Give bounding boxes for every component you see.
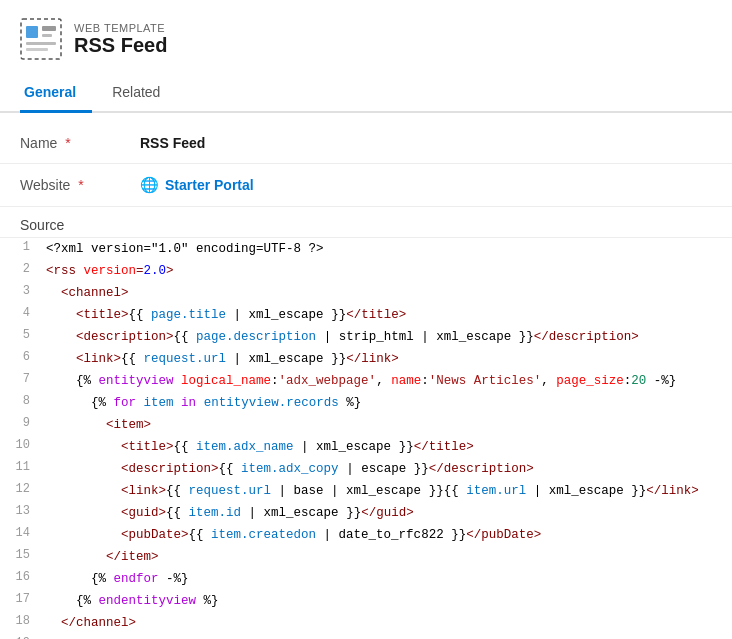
code-line: 17 {% endentityview %}: [0, 590, 732, 612]
line-content: <rss version=2.0>: [42, 261, 732, 281]
line-content: <link>{{ request.url | xml_escape }}</li…: [42, 349, 732, 369]
code-line: 11 <description>{{ item.adx_copy | escap…: [0, 458, 732, 480]
line-content: <pubDate>{{ item.createdon | date_to_rfc…: [42, 525, 732, 545]
line-number: 17: [0, 591, 42, 606]
code-line: 14 <pubDate>{{ item.createdon | date_to_…: [0, 524, 732, 546]
svg-rect-3: [42, 34, 52, 37]
code-line: 12 <link>{{ request.url | base | xml_esc…: [0, 480, 732, 502]
line-content: <link>{{ request.url | base | xml_escape…: [42, 481, 732, 501]
code-line: 15 </item>: [0, 546, 732, 568]
line-number: 9: [0, 415, 42, 430]
line-number: 14: [0, 525, 42, 540]
name-label: Name *: [20, 135, 140, 151]
website-row: Website * 🌐 Starter Portal: [0, 164, 732, 207]
line-content: <?xml version="1.0" encoding=UTF-8 ?>: [42, 239, 732, 259]
line-number: 10: [0, 437, 42, 452]
svg-rect-4: [26, 42, 56, 45]
svg-rect-0: [21, 19, 61, 59]
line-content: </item>: [42, 547, 732, 567]
line-number: 2: [0, 261, 42, 276]
line-content: <item>: [42, 415, 732, 435]
line-number: 18: [0, 613, 42, 628]
svg-rect-5: [26, 48, 48, 51]
line-content: <channel>: [42, 283, 732, 303]
line-content: </channel>: [42, 613, 732, 633]
header-subtitle: WEB TEMPLATE: [74, 22, 167, 34]
line-number: 8: [0, 393, 42, 408]
line-number: 15: [0, 547, 42, 562]
line-number: 19: [0, 635, 42, 639]
code-line: 4 <title>{{ page.title | xml_escape }}</…: [0, 304, 732, 326]
line-content: <guid>{{ item.id | xml_escape }}</guid>: [42, 503, 732, 523]
code-line: 6 <link>{{ request.url | xml_escape }}</…: [0, 348, 732, 370]
code-line: 8 {% for item in entityview.records %}: [0, 392, 732, 414]
code-line: 13 <guid>{{ item.id | xml_escape }}</gui…: [0, 502, 732, 524]
web-template-icon: [20, 18, 62, 60]
line-content: {% entityview logical_name:'adx_webpage'…: [42, 371, 732, 391]
name-value: RSS Feed: [140, 135, 205, 151]
svg-rect-1: [26, 26, 38, 38]
code-line: 7 {% entityview logical_name:'adx_webpag…: [0, 370, 732, 392]
line-content: <title>{{ page.title | xml_escape }}</ti…: [42, 305, 732, 325]
form-area: Name * RSS Feed Website * 🌐 Starter Port…: [0, 113, 732, 207]
line-content: <description>{{ page.description | strip…: [42, 327, 732, 347]
code-line: 3 <channel>: [0, 282, 732, 304]
line-number: 13: [0, 503, 42, 518]
line-number: 1: [0, 239, 42, 254]
website-value: Starter Portal: [165, 177, 254, 193]
name-row: Name * RSS Feed: [0, 123, 732, 164]
line-content: {% endfor -%}: [42, 569, 732, 589]
tab-general[interactable]: General: [20, 74, 92, 113]
tab-related[interactable]: Related: [108, 74, 176, 113]
code-line: 2<rss version=2.0>: [0, 260, 732, 282]
source-header: Source: [0, 207, 732, 237]
line-content: <title>{{ item.adx_name | xml_escape }}<…: [42, 437, 732, 457]
svg-rect-2: [42, 26, 56, 31]
line-content: {% endentityview %}: [42, 591, 732, 611]
website-required: *: [74, 177, 83, 193]
line-number: 7: [0, 371, 42, 386]
line-content: {% for item in entityview.records %}: [42, 393, 732, 413]
code-line: 19</rss>: [0, 634, 732, 639]
line-number: 12: [0, 481, 42, 496]
line-number: 4: [0, 305, 42, 320]
code-line: 5 <description>{{ page.description | str…: [0, 326, 732, 348]
page-header: WEB TEMPLATE RSS Feed: [0, 0, 732, 74]
header-meta: WEB TEMPLATE RSS Feed: [74, 22, 167, 57]
code-line: 10 <title>{{ item.adx_name | xml_escape …: [0, 436, 732, 458]
line-number: 6: [0, 349, 42, 364]
header-title: RSS Feed: [74, 34, 167, 57]
code-line: 16 {% endfor -%}: [0, 568, 732, 590]
code-line: 18 </channel>: [0, 612, 732, 634]
code-line: 1<?xml version="1.0" encoding=UTF-8 ?>: [0, 238, 732, 260]
website-label: Website *: [20, 177, 140, 193]
line-number: 3: [0, 283, 42, 298]
code-line: 9 <item>: [0, 414, 732, 436]
line-content: </rss>: [42, 635, 732, 639]
globe-icon: 🌐: [140, 176, 159, 194]
website-link[interactable]: 🌐 Starter Portal: [140, 176, 254, 194]
tab-bar: General Related: [0, 74, 732, 113]
line-number: 16: [0, 569, 42, 584]
code-editor[interactable]: 1<?xml version="1.0" encoding=UTF-8 ?>2<…: [0, 237, 732, 639]
line-number: 11: [0, 459, 42, 474]
line-content: <description>{{ item.adx_copy | escape }…: [42, 459, 732, 479]
name-required: *: [61, 135, 70, 151]
line-number: 5: [0, 327, 42, 342]
